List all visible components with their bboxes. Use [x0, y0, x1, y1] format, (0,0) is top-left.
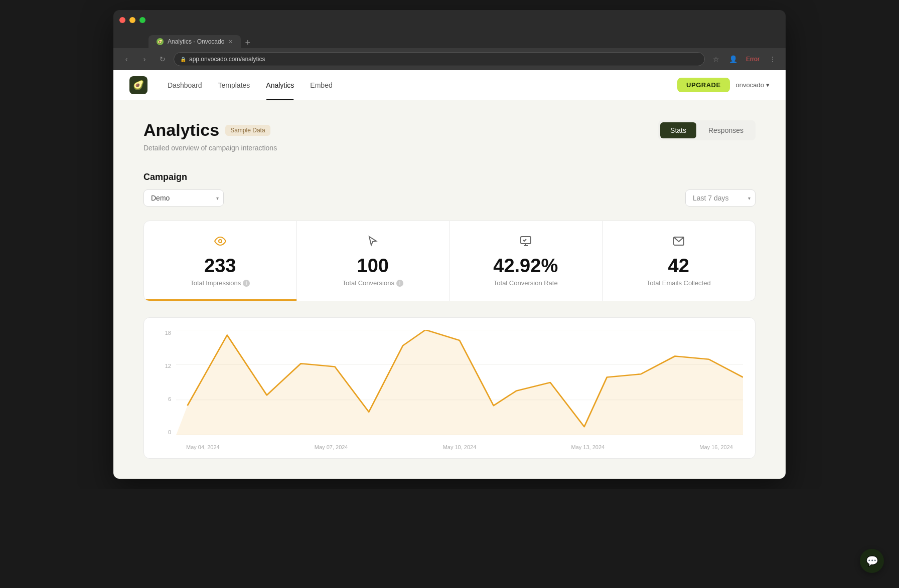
page-title-row: Analytics Sample Data — [143, 120, 277, 140]
back-button[interactable]: ‹ — [119, 52, 133, 66]
chart-plot — [176, 330, 743, 435]
menu-icon[interactable]: ⋮ — [766, 52, 780, 66]
cart-icon — [520, 235, 532, 250]
y-label-18: 18 — [156, 330, 171, 336]
conversion-rate-value: 42.92% — [493, 256, 558, 275]
upgrade-button[interactable]: UPGRADE — [677, 78, 730, 92]
x-label-3: May 13, 2024 — [571, 444, 605, 450]
conversions-value: 100 — [357, 256, 389, 275]
stats-toggle-button[interactable]: Stats — [660, 122, 696, 138]
sample-data-badge: Sample Data — [225, 125, 270, 136]
url-text: app.onvocado.com/analytics — [189, 56, 265, 63]
y-label-0: 0 — [156, 429, 171, 435]
app-container: 🥑 Dashboard Templates Analytics Embed UP… — [113, 70, 786, 479]
browser-titlebar — [113, 10, 786, 30]
stat-card-impressions: 233 Total Impressions i — [144, 221, 297, 301]
svg-point-0 — [219, 240, 222, 243]
emails-value: 42 — [668, 256, 689, 275]
nav-templates[interactable]: Templates — [210, 70, 258, 100]
error-badge: Error — [743, 55, 763, 64]
conversions-label: Total Conversions i — [343, 279, 403, 287]
tab-title: Analytics - Onvocado — [168, 38, 224, 45]
svg-marker-7 — [176, 330, 743, 435]
tab-close-button[interactable]: ✕ — [228, 39, 233, 45]
mail-icon — [673, 235, 685, 250]
click-icon — [367, 235, 379, 250]
profile-icon[interactable]: 👤 — [726, 52, 740, 66]
url-bar[interactable]: 🔒 app.onvocado.com/analytics — [174, 52, 705, 66]
nav-dashboard[interactable]: Dashboard — [160, 70, 210, 100]
browser-toolbar: ‹ › ↻ 🔒 app.onvocado.com/analytics ☆ 👤 E… — [113, 48, 786, 70]
y-label-12: 12 — [156, 363, 171, 369]
emails-label: Total Emails Collected — [647, 279, 711, 287]
responses-toggle-button[interactable]: Responses — [698, 122, 754, 138]
stat-card-conversion-rate: 42.92% Total Conversion Rate — [449, 221, 603, 301]
chart-area: 0 6 12 18 — [156, 330, 743, 450]
lock-icon: 🔒 — [180, 57, 186, 62]
active-tab[interactable]: 🥑 Analytics - Onvocado ✕ — [148, 35, 241, 48]
chart-y-labels: 0 6 12 18 — [156, 330, 171, 435]
nav-embed[interactable]: Embed — [302, 70, 340, 100]
user-chevron-icon: ▾ — [766, 81, 770, 89]
y-label-6: 6 — [156, 396, 171, 402]
close-button[interactable] — [119, 17, 125, 23]
x-label-0: May 04, 2024 — [186, 444, 220, 450]
nav-analytics[interactable]: Analytics — [258, 70, 302, 100]
x-label-1: May 07, 2024 — [315, 444, 348, 450]
browser-window: 🥑 Analytics - Onvocado ✕ + ‹ › ↻ 🔒 app.o… — [113, 10, 786, 479]
conversions-info-icon[interactable]: i — [396, 280, 403, 287]
x-label-4: May 16, 2024 — [699, 444, 733, 450]
campaign-select[interactable]: Demo — [143, 189, 224, 207]
nav-links: Dashboard Templates Analytics Embed — [160, 70, 677, 100]
stats-grid: 233 Total Impressions i 100 To — [143, 221, 756, 301]
campaign-select-wrapper: Demo ▾ — [143, 189, 224, 207]
date-select-wrapper: Last 7 days Last 30 days Last 90 days ▾ — [685, 189, 756, 207]
tab-bar: 🥑 Analytics - Onvocado ✕ + — [113, 30, 786, 48]
nav-right: UPGRADE onvocado ▾ — [677, 78, 770, 92]
page-title: Analytics — [143, 120, 219, 140]
page-header: Analytics Sample Data Detailed overview … — [143, 120, 756, 152]
impressions-value: 233 — [204, 256, 236, 275]
user-label: onvocado — [736, 81, 764, 89]
x-label-2: May 10, 2024 — [443, 444, 477, 450]
toolbar-actions: ☆ 👤 Error ⋮ — [709, 52, 780, 66]
eye-icon — [214, 235, 226, 250]
stat-card-conversions: 100 Total Conversions i — [297, 221, 450, 301]
main-content: Analytics Sample Data Detailed overview … — [113, 100, 786, 479]
maximize-button[interactable] — [139, 17, 145, 23]
page-subtitle: Detailed overview of campaign interactio… — [143, 144, 277, 152]
view-toggle: Stats Responses — [658, 120, 756, 140]
chart-container: 0 6 12 18 — [143, 317, 756, 459]
app-logo: 🥑 — [129, 76, 147, 94]
date-range-select[interactable]: Last 7 days Last 30 days Last 90 days — [685, 189, 756, 207]
new-tab-button[interactable]: + — [241, 38, 254, 48]
campaign-section: Campaign Demo ▾ Last 7 days Last 30 days… — [143, 172, 756, 207]
page-title-section: Analytics Sample Data Detailed overview … — [143, 120, 277, 152]
user-menu[interactable]: onvocado ▾ — [736, 81, 770, 89]
campaign-controls: Demo ▾ Last 7 days Last 30 days Last 90 … — [143, 189, 756, 207]
impressions-label: Total Impressions i — [190, 279, 250, 287]
chart-x-labels: May 04, 2024 May 07, 2024 May 10, 2024 M… — [176, 444, 743, 450]
stat-card-emails: 42 Total Emails Collected — [603, 221, 756, 301]
forward-button[interactable]: › — [137, 52, 152, 66]
tab-favicon: 🥑 — [157, 38, 164, 45]
bookmark-icon[interactable]: ☆ — [709, 52, 723, 66]
reload-button[interactable]: ↻ — [156, 52, 170, 66]
minimize-button[interactable] — [129, 17, 135, 23]
app-nav: 🥑 Dashboard Templates Analytics Embed UP… — [113, 70, 786, 100]
campaign-section-label: Campaign — [143, 172, 756, 182]
conversion-rate-label: Total Conversion Rate — [494, 279, 558, 287]
impressions-info-icon[interactable]: i — [243, 280, 250, 287]
